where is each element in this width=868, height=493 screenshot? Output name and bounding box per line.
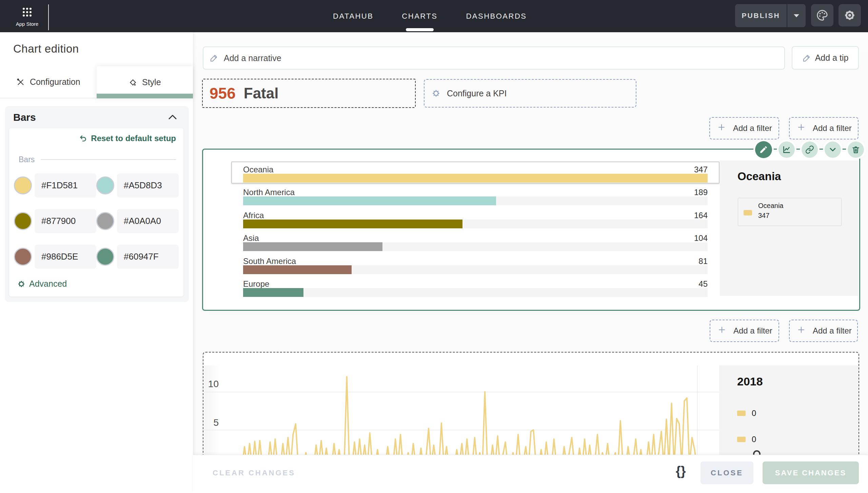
plus-icon	[718, 326, 726, 336]
bars-settings-card: Reset to default setup Bars #F1D581#A5D8…	[9, 128, 183, 297]
bars-group: Bars	[19, 155, 176, 164]
legend-item[interactable]: 0	[737, 435, 756, 444]
settings-button[interactable]	[839, 4, 861, 26]
link-icon	[805, 145, 814, 154]
tab-configuration[interactable]: Configuration	[0, 66, 97, 98]
bar-fill	[243, 288, 303, 297]
add-filter-button[interactable]: Add a filter	[789, 117, 859, 139]
bar-chart-card[interactable]: Oceania347North America189Africa164Asia1…	[202, 149, 860, 311]
color-circle[interactable]	[14, 176, 32, 194]
bar-row[interactable]: Oceania347	[243, 165, 708, 183]
collapse-section-button[interactable]	[168, 114, 177, 122]
pencil-icon	[210, 54, 218, 62]
color-swatch-grid: #F1D581#A5D8D3#877900#A0A0A0#986D5E#6094…	[9, 173, 183, 269]
color-circle[interactable]	[96, 212, 114, 230]
bar-row[interactable]: Europe45	[243, 279, 708, 297]
bar-fill	[243, 242, 382, 251]
undo-icon	[79, 134, 87, 143]
color-hex-field[interactable]: #60947F	[117, 245, 179, 269]
collapse-chart-button[interactable]	[825, 141, 841, 158]
bar-label: South America	[243, 257, 296, 266]
color-hex-field[interactable]: #986D5E	[35, 245, 96, 269]
main-nav: DATAHUB CHARTS DASHBOARDS	[319, 0, 541, 32]
color-swatch-row[interactable]: #A5D8D3	[96, 173, 179, 197]
reset-to-default-button[interactable]: Reset to default setup	[79, 134, 176, 143]
trash-icon	[851, 145, 860, 154]
add-filter-button[interactable]: Add a filter	[789, 320, 858, 342]
legend-item[interactable]: Oceania 347	[738, 198, 842, 226]
bar-label: Asia	[243, 233, 259, 243]
color-hex-field[interactable]: #F1D581	[35, 173, 96, 197]
chart-legend: Oceania Oceania 347	[720, 160, 858, 296]
clear-changes-button[interactable]: CLEAR CHANGES	[213, 469, 295, 477]
pencil-icon	[759, 145, 768, 154]
add-tip-button[interactable]: Add a tip	[792, 46, 859, 70]
plus-icon	[717, 123, 726, 133]
bar-label: Oceania	[243, 165, 273, 174]
add-filter-button[interactable]: Add a filter	[710, 320, 779, 342]
bars-section-title: Bars	[13, 112, 36, 123]
nav-charts[interactable]: CHARTS	[388, 0, 452, 32]
narrative-input[interactable]: Add a narrative	[203, 46, 785, 70]
bar-row[interactable]: Africa164	[243, 211, 708, 228]
pencil-icon	[802, 54, 811, 62]
bar-label: Europe	[243, 279, 269, 289]
theme-button[interactable]	[811, 4, 833, 26]
color-circle[interactable]	[96, 176, 114, 194]
legend-item[interactable]: 0	[737, 409, 756, 418]
tools-icon	[16, 78, 25, 87]
tab-style[interactable]: Style	[97, 66, 193, 98]
active-tab-underline	[97, 94, 193, 98]
color-circle[interactable]	[14, 248, 32, 266]
bar-value: 104	[694, 233, 708, 243]
color-swatch-row[interactable]: #877900	[14, 209, 96, 233]
footer-bar: CLEAR CHANGES {} CLOSE SAVE CHANGES	[193, 455, 868, 493]
bar-value: 164	[694, 211, 708, 220]
chart-type-button[interactable]	[778, 141, 795, 158]
legend-title: 2018	[737, 375, 763, 388]
color-swatch-row[interactable]: #F1D581	[14, 173, 96, 197]
plus-icon	[797, 123, 805, 133]
caret-down-icon	[793, 13, 800, 18]
color-swatch-row[interactable]: #60947F	[96, 245, 179, 269]
color-circle[interactable]	[14, 212, 32, 230]
link-button[interactable]	[802, 141, 818, 158]
close-button[interactable]: CLOSE	[701, 461, 753, 484]
bar-row[interactable]: North America189	[243, 188, 708, 205]
line-chart-icon	[782, 145, 791, 154]
delete-chart-button[interactable]	[848, 141, 864, 158]
advanced-button[interactable]: Advanced	[17, 279, 67, 289]
color-circle[interactable]	[96, 248, 114, 266]
active-tab-indicator	[406, 28, 434, 31]
chevron-down-icon	[828, 145, 837, 154]
bar-track	[243, 196, 708, 205]
code-view-button[interactable]: {}	[676, 464, 686, 478]
kpi-tile[interactable]: 956 Fatal	[202, 79, 416, 108]
edit-chart-button[interactable]	[755, 141, 772, 158]
bar-track	[243, 288, 708, 297]
plus-icon	[797, 326, 805, 336]
color-swatch-row[interactable]: #A0A0A0	[96, 209, 179, 233]
save-changes-button[interactable]: SAVE CHANGES	[763, 461, 859, 484]
grid-icon	[22, 7, 32, 18]
configure-kpi-button[interactable]: Configure a KPI	[424, 79, 636, 108]
publish-dropdown-button[interactable]	[787, 4, 806, 27]
color-hex-field[interactable]: #A0A0A0	[117, 209, 179, 233]
bar-track	[243, 265, 708, 274]
legend-swatch	[737, 437, 746, 442]
divider	[41, 159, 176, 160]
publish-button[interactable]: PUBLISH	[735, 4, 787, 27]
bar-fill	[243, 220, 462, 228]
bar-row[interactable]: Asia104	[243, 233, 708, 251]
color-swatch-row[interactable]: #986D5E	[14, 245, 96, 269]
bar-row[interactable]: South America81	[243, 257, 708, 274]
add-filter-button[interactable]: Add a filter	[709, 117, 779, 139]
nav-dashboards[interactable]: DASHBOARDS	[452, 0, 541, 32]
nav-datahub[interactable]: DATAHUB	[319, 0, 388, 32]
palette-icon	[816, 9, 829, 22]
app-store-button[interactable]: App Store	[14, 5, 41, 29]
bar-value: 189	[694, 188, 708, 197]
color-hex-field[interactable]: #A5D8D3	[117, 173, 179, 197]
bar-label: Africa	[243, 211, 264, 220]
color-hex-field[interactable]: #877900	[35, 209, 96, 233]
